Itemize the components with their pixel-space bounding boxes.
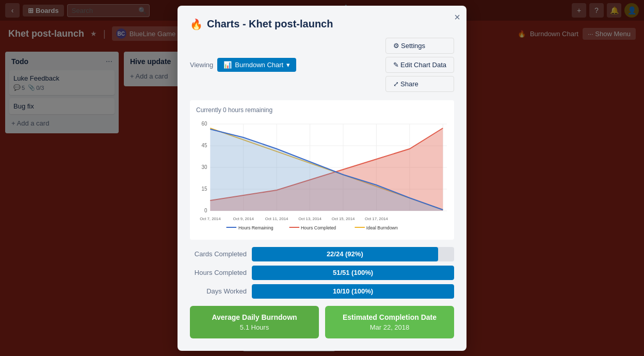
progress-value-cards: 22/24 (92%) [327,250,363,258]
viewing-section: Viewing 📊 Burndown Chart ▾ [190,58,296,72]
chart-icon: 📊 [223,61,232,69]
bottom-card-burndown: Average Daily Burndown 5.1 Hours [190,306,319,338]
progress-row-hours: Hours Completed 51/51 (100%) [190,266,454,280]
progress-bar-days: 10/10 (100%) [252,284,454,299]
modal-action-buttons: ⚙ Settings ✎ Edit Chart Data ⤢ Share [385,38,455,92]
svg-text:Oct 17, 2014: Oct 17, 2014 [365,216,388,221]
svg-text:Oct 11, 2014: Oct 11, 2014 [265,216,288,221]
chart-svg: 60 45 30 15 0 [196,118,448,234]
modal-close-button[interactable]: × [454,12,460,22]
bottom-card-completion-value: Mar 22, 2018 [332,323,447,331]
progress-bar-cards: 22/24 (92%) [252,247,454,261]
svg-text:Hours Remaining: Hours Remaining [238,225,273,230]
charts-modal: × 🔥 Charts - Khet post-launch Viewing 📊 … [178,6,466,351]
progress-row-cards: Cards Completed 22/24 (92%) [190,247,454,261]
modal-title: 🔥 Charts - Khet post-launch [190,18,454,30]
chart-status: Currently 0 hours remaining [196,106,448,114]
modal-toolbar: Viewing 📊 Burndown Chart ▾ ⚙ Settings ✎ … [190,38,454,92]
svg-text:30: 30 [202,164,207,169]
settings-button[interactable]: ⚙ Settings [385,38,455,54]
chevron-down-icon: ▾ [286,61,290,69]
progress-label-days: Days Worked [190,287,247,295]
svg-text:Oct 15, 2014: Oct 15, 2014 [332,216,355,221]
progress-row-days: Days Worked 10/10 (100%) [190,284,454,299]
progress-value-days: 10/10 (100%) [333,287,373,295]
progress-label-cards: Cards Completed [190,250,247,258]
viewing-label: Viewing [190,61,213,69]
svg-text:0: 0 [204,207,207,213]
bottom-card-burndown-title: Average Daily Burndown [197,313,312,321]
bottom-cards: Average Daily Burndown 5.1 Hours Estimat… [190,306,454,338]
progress-fill-cards: 22/24 (92%) [252,247,438,261]
svg-text:Oct 9, 2014: Oct 9, 2014 [233,216,254,221]
edit-chart-button[interactable]: ✎ Edit Chart Data [385,57,455,73]
bottom-card-completion-title: Estimated Completion Date [332,313,447,321]
share-button[interactable]: ⤢ Share [385,76,455,92]
dropdown-label: Burndown Chart [235,61,283,69]
flame-icon: 🔥 [190,18,203,30]
svg-text:Hours Completed: Hours Completed [301,225,336,230]
chart-container: Currently 0 hours remaining 60 45 30 15 … [190,100,454,240]
bottom-card-completion: Estimated Completion Date Mar 22, 2018 [325,306,454,338]
progress-section: Cards Completed 22/24 (92%) Hours Comple… [190,247,454,299]
progress-fill-days: 10/10 (100%) [252,284,454,299]
progress-fill-hours: 51/51 (100%) [252,266,454,280]
svg-text:60: 60 [202,120,207,126]
progress-value-hours: 51/51 (100%) [333,269,373,276]
svg-text:15: 15 [202,185,207,191]
svg-text:Oct 13, 2014: Oct 13, 2014 [298,216,321,221]
progress-label-hours: Hours Completed [190,269,247,276]
svg-text:Ideal Burndown: Ideal Burndown [366,225,398,230]
svg-text:Oct 7, 2014: Oct 7, 2014 [200,216,221,221]
modal-overlay[interactable]: × 🔥 Charts - Khet post-launch Viewing 📊 … [0,0,644,356]
progress-bar-hours: 51/51 (100%) [252,266,454,280]
svg-text:45: 45 [202,142,207,148]
viewing-dropdown[interactable]: 📊 Burndown Chart ▾ [217,58,296,72]
bottom-card-burndown-value: 5.1 Hours [197,323,312,331]
modal-title-text: Charts - Khet post-launch [207,18,333,30]
